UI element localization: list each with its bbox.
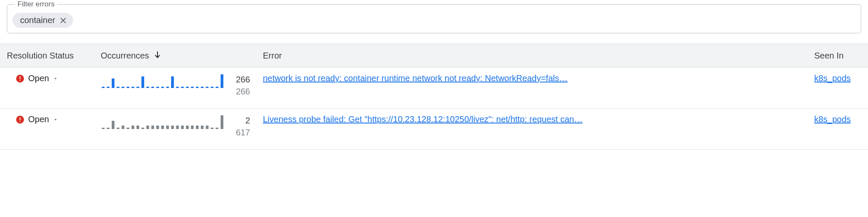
svg-rect-55	[206, 126, 208, 129]
svg-rect-46	[161, 126, 164, 129]
status-label: Open	[28, 73, 49, 83]
svg-rect-4	[20, 76, 20, 79]
svg-rect-10	[122, 87, 124, 88]
svg-rect-37	[117, 128, 119, 129]
filter-legend: Filter errors	[15, 0, 57, 9]
col-header-occurrences-label: Occurrences	[101, 51, 149, 61]
occurrences-sparkline	[101, 73, 224, 88]
svg-rect-36	[112, 121, 114, 129]
col-header-seenin-label: Seen In	[814, 51, 844, 60]
status-label: Open	[28, 114, 49, 124]
svg-rect-57	[216, 128, 218, 129]
svg-rect-41	[137, 126, 139, 129]
svg-rect-39	[127, 128, 129, 129]
svg-rect-28	[211, 87, 213, 88]
occurrences-count: 266	[236, 73, 250, 85]
svg-rect-49	[176, 126, 179, 129]
filter-chip-label: container	[20, 15, 55, 25]
svg-rect-25	[196, 87, 198, 88]
svg-rect-6	[102, 87, 105, 88]
svg-rect-12	[131, 87, 134, 88]
col-header-status-label: Resolution Status	[7, 51, 74, 61]
error-icon	[15, 74, 25, 83]
svg-rect-27	[206, 87, 208, 88]
chevron-down-icon	[52, 117, 58, 123]
occurrences-sparkline	[101, 114, 224, 129]
svg-rect-48	[171, 126, 174, 129]
svg-rect-56	[211, 128, 213, 129]
filter-chip[interactable]: container	[12, 13, 73, 28]
col-header-seenin[interactable]: Seen In	[814, 51, 861, 61]
svg-rect-30	[221, 74, 223, 88]
errors-table: Resolution Status Occurrences Error Seen…	[0, 44, 868, 150]
svg-rect-16	[151, 87, 154, 88]
svg-rect-21	[176, 87, 179, 88]
svg-rect-7	[107, 87, 109, 88]
svg-rect-51	[186, 126, 189, 129]
resolution-status-dropdown[interactable]: Open	[7, 73, 58, 83]
svg-rect-20	[171, 76, 174, 88]
svg-rect-40	[131, 126, 134, 129]
svg-rect-47	[166, 126, 169, 129]
svg-rect-43	[146, 126, 149, 129]
svg-rect-19	[166, 87, 169, 88]
resolution-status-dropdown[interactable]: Open	[7, 114, 58, 124]
svg-rect-29	[216, 87, 218, 88]
svg-rect-14	[141, 76, 144, 88]
col-header-occurrences[interactable]: Occurrences	[101, 50, 263, 61]
svg-rect-24	[191, 87, 193, 88]
occurrences-total: 617	[236, 126, 250, 138]
svg-rect-23	[186, 87, 189, 88]
svg-rect-50	[181, 126, 184, 129]
occurrences-total: 266	[236, 85, 250, 97]
svg-rect-5	[20, 80, 20, 81]
svg-rect-32	[20, 117, 20, 120]
svg-rect-15	[146, 87, 149, 88]
table-row[interactable]: Open 2 617 Liveness probe failed: Get "h…	[0, 108, 868, 150]
svg-rect-22	[181, 87, 184, 88]
svg-rect-38	[122, 126, 124, 129]
svg-rect-44	[151, 126, 154, 129]
arrow-down-icon	[153, 50, 162, 61]
col-header-error-label: Error	[263, 51, 282, 60]
svg-rect-52	[191, 126, 193, 129]
svg-rect-33	[20, 121, 20, 122]
svg-rect-8	[112, 79, 114, 88]
svg-rect-11	[127, 87, 129, 88]
col-header-error[interactable]: Error	[263, 51, 814, 61]
svg-rect-26	[201, 87, 204, 88]
svg-rect-58	[221, 115, 223, 129]
svg-rect-42	[141, 128, 144, 129]
col-header-status[interactable]: Resolution Status	[7, 51, 101, 61]
error-icon	[15, 115, 25, 124]
svg-rect-18	[161, 87, 164, 88]
svg-rect-17	[156, 87, 159, 88]
chevron-down-icon	[52, 76, 58, 82]
seen-in-link[interactable]: k8s_pods	[814, 114, 851, 124]
occurrences-count: 2	[245, 114, 250, 126]
svg-rect-35	[107, 128, 109, 129]
svg-rect-45	[156, 126, 159, 129]
svg-rect-9	[117, 87, 119, 88]
svg-rect-34	[102, 128, 105, 129]
svg-rect-13	[137, 87, 139, 88]
error-message-link[interactable]: Liveness probe failed: Get "https://10.2…	[263, 114, 804, 124]
filter-errors-fieldset[interactable]: Filter errors container	[7, 0, 861, 33]
close-icon[interactable]	[59, 17, 67, 24]
table-row[interactable]: Open 266 266 network is not ready: conta…	[0, 67, 868, 108]
seen-in-link[interactable]: k8s_pods	[814, 73, 851, 83]
svg-rect-53	[196, 126, 198, 129]
table-header-row: Resolution Status Occurrences Error Seen…	[0, 44, 868, 67]
svg-rect-54	[201, 126, 204, 129]
error-message-link[interactable]: network is not ready: container runtime …	[263, 73, 804, 83]
